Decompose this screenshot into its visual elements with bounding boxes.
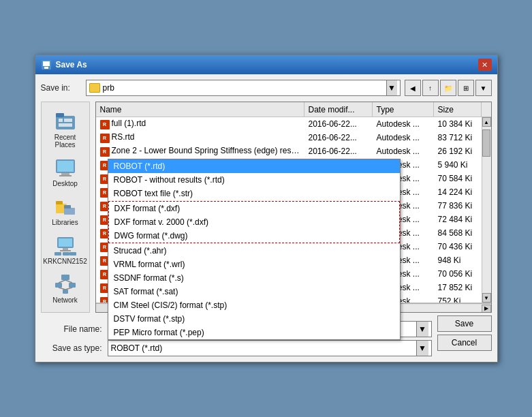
file-type-cell: Autodesk ... [373,132,434,144]
dropdown-item-pep[interactable]: PEP Micro format (*.pep) [108,326,400,339]
save-button[interactable]: Save [437,315,492,332]
dropdown-item-robot-text[interactable]: ROBOT text file (*.str) [108,187,400,200]
saveas-combo[interactable]: ROBOT (*.rtd) ▼ [108,340,432,356]
svg-rect-17 [59,238,72,247]
dropdown-item-robot-noresults[interactable]: ROBOT - without results (*.rtd) [108,173,400,187]
hscroll-right[interactable]: ▶ [482,305,491,313]
col-header-type[interactable]: Type [373,102,434,117]
dropdown-item-strucad[interactable]: Strucad (*.ahr) [108,244,400,258]
sidebar-item-desktop-label: Desktop [52,180,78,187]
file-date-cell: 2016-06-22... [304,132,373,144]
scrollbar[interactable]: ▲ ▼ [482,117,491,303]
file-name-cell: Rfull (1).rtd [96,117,304,131]
file-size-cell: 83 712 Ki [434,132,482,144]
filename-dropdown-arrow[interactable]: ▼ [416,322,428,337]
scrollbar-down[interactable]: ▼ [482,293,491,303]
svg-rect-22 [69,252,76,256]
save-in-dropdown-arrow[interactable]: ▼ [386,80,397,95]
file-size-cell: 70 056 Ki [434,268,482,280]
scrollbar-up[interactable]: ▲ [482,117,491,127]
up-folder-button[interactable]: ↑ [422,80,439,96]
form-rows: File name: Structure.rtd ▼ Save as type:… [41,321,432,356]
sidebar-item-network[interactable]: Network [44,271,87,307]
sidebar-item-computer[interactable]: KRKCNN2152 [44,232,87,268]
rtd-file-icon: R [100,120,110,129]
dialog-icon [41,59,52,70]
svg-line-27 [65,280,72,283]
file-size-cell: 26 192 Ki [434,145,482,157]
col-header-date[interactable]: Date modif... [304,102,373,117]
svg-rect-10 [61,173,69,175]
back-button[interactable]: ◀ [405,80,421,96]
dropdown-item-dxf2000[interactable]: DXF format v. 2000 (*.dxf) [109,215,399,229]
form-section: File name: Structure.rtd ▼ Save as type:… [41,315,432,356]
file-size-cell: 14 224 Ki [434,186,482,198]
dropdown-item-ssdnf[interactable]: SSDNF format (*.s) [108,271,400,285]
rtd-file-icon: R [100,147,110,157]
svg-rect-25 [69,283,76,288]
file-name-cell: RZone 2 - Lower Bound Spring Stiffness (… [96,144,304,158]
sidebar-item-libraries[interactable]: Libraries [44,193,87,229]
current-folder-text: prb [103,83,114,93]
file-size-cell: 17 852 Ki [434,281,482,294]
svg-rect-11 [59,175,72,176]
saveas-value: ROBOT (*.rtd) [111,343,416,353]
dropdown-item-dstv[interactable]: DSTV format (*.stp) [108,312,400,326]
svg-rect-6 [64,119,72,122]
dxf-group: DXF format (*.dxf) DXF format v. 2000 (*… [108,201,400,243]
file-size-cell: 77 836 Ki [434,200,482,212]
cancel-button[interactable]: Cancel [437,335,492,351]
action-buttons: Save Cancel [437,315,492,351]
save-as-dialog: Save As ✕ Save in: prb ▼ ◀ ↑ 📁 ⊞ ▼ [35,55,498,362]
view-button[interactable]: ⊞ [458,80,474,96]
sidebar-item-desktop[interactable]: Desktop [44,154,87,190]
dropdown-item-sat[interactable]: SAT format (*.sat) [108,285,400,298]
svg-rect-15 [64,205,71,208]
desktop-icon [54,157,76,179]
dropdown-item-vrml[interactable]: VRML format (*.wrl) [108,258,400,271]
svg-rect-18 [63,248,68,250]
scrollbar-thumb[interactable] [482,129,490,157]
saveas-row: Save as type: ROBOT (*.rtd) ▼ ROBOT (*.r… [41,340,432,356]
scrollbar-track [482,157,491,293]
svg-rect-23 [61,275,69,280]
recent-places-icon [54,110,76,132]
file-size-cell: 752 Ki [434,295,482,303]
file-size-cell: 70 584 Ki [434,172,482,185]
svg-rect-21 [63,252,69,256]
scrollbar-spacer [482,102,491,117]
toolbar-buttons: ◀ ↑ 📁 ⊞ ▼ [405,80,492,96]
dropdown-item-dwg[interactable]: DWG format (*.dwg) [109,229,399,243]
close-button[interactable]: ✕ [478,59,492,71]
filename-label: File name: [41,324,102,334]
sidebar-item-recent-places[interactable]: Recent Places [44,108,87,151]
folder-icon [89,83,100,93]
svg-rect-28 [63,290,68,294]
file-size-cell: 70 436 Ki [434,241,482,253]
sidebar-item-libraries-label: Libraries [52,219,78,226]
svg-line-30 [65,288,72,290]
libraries-icon [54,196,76,217]
svg-line-26 [59,280,65,283]
saveas-dropdown[interactable]: ROBOT (*.rtd) ROBOT - without results (*… [108,159,401,340]
computer-icon [54,234,76,256]
col-header-size[interactable]: Size [434,102,482,117]
new-folder-button[interactable]: 📁 [440,80,456,96]
table-row[interactable]: RZone 2 - Lower Bound Spring Stiffness (… [96,144,482,158]
svg-rect-3 [56,116,75,129]
rtd-file-icon: R [100,134,110,143]
save-in-combo[interactable]: prb ▼ [86,80,401,96]
bottom-section: File name: Structure.rtd ▼ Save as type:… [41,315,492,356]
dropdown-item-cimsteel[interactable]: CIM Steel (CIS/2) format (*.stp) [108,298,400,312]
saveas-dropdown-arrow[interactable]: ▼ [416,341,428,356]
dropdown-item-robot-rtd[interactable]: ROBOT (*.rtd) [108,159,400,173]
dropdown-item-dxf[interactable]: DXF format (*.dxf) [109,202,399,215]
view-dropdown-button[interactable]: ▼ [475,80,492,96]
dialog-body: Save in: prb ▼ ◀ ↑ 📁 ⊞ ▼ [35,74,497,362]
svg-rect-5 [59,119,63,122]
file-size-cell: 5 940 Ki [434,159,482,171]
col-header-name[interactable]: Name [96,102,304,117]
file-date-cell: 2016-06-22... [304,145,373,157]
table-row[interactable]: RRS.rtd2016-06-22...Autodesk ...83 712 K… [96,131,482,144]
table-row[interactable]: Rfull (1).rtd2016-06-22...Autodesk ...10… [96,117,482,131]
